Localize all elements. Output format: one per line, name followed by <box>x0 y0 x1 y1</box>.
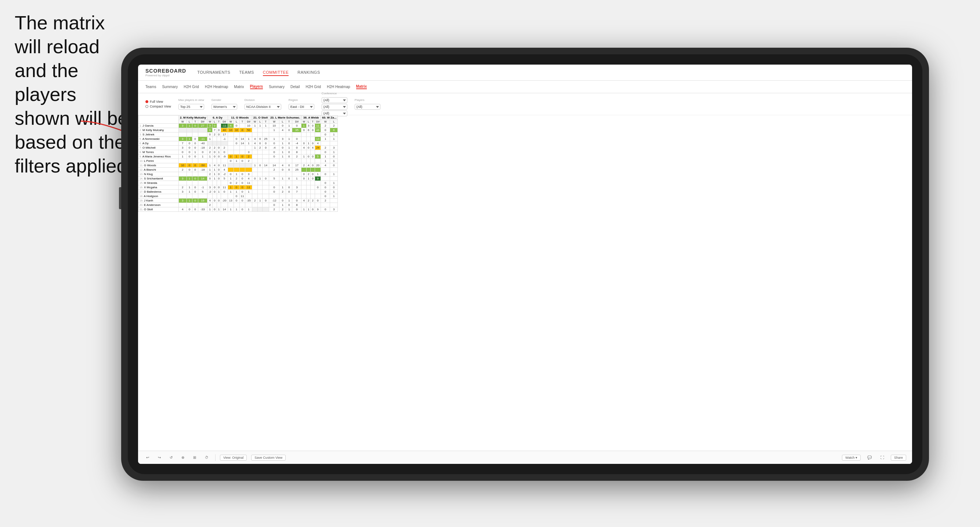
clock-btn[interactable]: ⏱ <box>203 455 211 460</box>
player-name: 13. N Klug <box>138 172 179 176</box>
sub-nav-h2h-heatmap[interactable]: H2H Heatmap <box>205 85 228 89</box>
fullscreen-btn[interactable]: ⛶ <box>878 455 886 460</box>
refresh-btn[interactable]: ↺ <box>167 455 175 460</box>
table-row: 21. O Stoll 400-33 10114 1101 2210 1109 … <box>138 207 338 212</box>
region-label: Region <box>289 98 314 102</box>
table-row: 13. N Klug 210-2 0103 0201 01 <box>138 172 338 176</box>
table-row: 6. A Dy 700-40 0141 400 010-4 0104 <box>138 141 338 146</box>
watch-btn[interactable]: Watch ▾ <box>842 455 861 460</box>
players-filter: Players (All) <box>355 98 380 110</box>
sub-nav-matrix2[interactable]: Matrix <box>356 84 367 89</box>
tablet-screen: SCOREBOARD Powered by clippd TOURNAMENTS… <box>138 65 912 464</box>
sub-w1: W <box>179 120 187 124</box>
top-nav: SCOREBOARD Powered by clippd TOURNAMENTS… <box>138 65 912 81</box>
nav-rankings[interactable]: RANKINGS <box>298 69 320 76</box>
filters-row: Full View Compact View Max players in vi… <box>138 93 912 115</box>
sub-dif6: Dif <box>315 120 321 124</box>
conference-label: Conference <box>321 92 347 95</box>
player-name: 16. X Mcgaha <box>138 185 179 190</box>
sub-t3: T <box>239 120 245 124</box>
sub-nav-matrix[interactable]: Matrix <box>234 85 244 89</box>
table-row: 11. G Woods 1000-50 14011 1014 144017 24… <box>138 163 338 168</box>
sub-l5: L <box>279 120 286 124</box>
comment-btn[interactable]: 💬 <box>865 455 874 460</box>
full-view-option[interactable]: Full View <box>145 100 171 103</box>
player-name: 21. O Stoll <box>138 207 179 212</box>
nav-committee[interactable]: COMMITTEE <box>263 69 289 76</box>
settings-btn[interactable]: ⊞ <box>191 455 198 460</box>
table-row: 5. A Nomrowski 310-11 1-1 0141 4025 1310… <box>138 137 338 141</box>
full-view-label: Full View <box>150 100 163 103</box>
sub-dif3: Dif <box>245 120 252 124</box>
players-label: Players <box>355 98 380 102</box>
sub-dif5: Dif <box>292 120 301 124</box>
compact-view-label: Compact View <box>150 105 171 108</box>
division-select[interactable]: NCAA Division II NCAA Division I NCAA Di… <box>245 104 281 110</box>
sub-nav-players[interactable]: Players <box>250 84 263 89</box>
zoom-btn[interactable]: ⊕ <box>179 455 186 460</box>
save-custom-btn[interactable]: Save Custom View <box>251 455 286 460</box>
view-original-btn[interactable]: View: Original <box>220 455 247 460</box>
table-row: 20. E Andersson 2 0108 <box>138 203 338 207</box>
sub-nav-summary[interactable]: Summary <box>162 85 178 89</box>
sub-t5: T <box>286 120 292 124</box>
table-row: 1. J Garcia 31027 30-11 4010 111 10010 1… <box>138 124 338 128</box>
full-view-radio[interactable] <box>145 100 148 103</box>
max-players-select[interactable]: Top 25 Top 10 Top 50 <box>178 104 204 110</box>
player-name: 6. A Dy <box>138 141 179 146</box>
col-header-4: 21. O Stoll <box>252 116 269 120</box>
division-label: Division <box>245 98 281 102</box>
nav-teams[interactable]: TEAMS <box>239 69 254 76</box>
sub-w4: W <box>252 120 258 124</box>
max-players-label: Max players in view <box>178 98 204 102</box>
nav-tournaments[interactable]: TOURNAMENTS <box>197 69 230 76</box>
tablet-device: SCOREBOARD Powered by clippd TOURNAMENTS… <box>121 48 929 481</box>
col-header-3: 11. G Woods <box>228 116 252 120</box>
matrix-area[interactable]: 2. M Kelly Mulcahy 6. A Dy 11. G Woods 2… <box>138 115 912 451</box>
logo-title: SCOREBOARD <box>145 68 186 74</box>
compact-view-radio[interactable] <box>145 105 148 108</box>
share-btn[interactable]: Share <box>891 455 906 460</box>
max-players-filter: Max players in view Top 25 Top 10 Top 50 <box>178 98 204 110</box>
region-filter: Region East - DII West - DII South - DII <box>289 98 314 110</box>
sub-t2: T <box>216 120 221 124</box>
table-row: 14. S Srichantamit 31014 0105 1204 010 5… <box>138 176 338 181</box>
sub-w2: W <box>207 120 213 124</box>
gender-filter: Gender Women's Men's <box>212 98 237 110</box>
player-name: 19. J Kanh <box>138 198 179 203</box>
sub-nav-h2h-heatmap2[interactable]: H2H Heatmap <box>327 85 350 89</box>
table-row: 2. M Kelly Mulcahy 07040 1010050 14035 0… <box>138 128 338 132</box>
sub-nav-h2h-grid2[interactable]: H2H Grid <box>306 85 321 89</box>
redo-btn[interactable]: ↪ <box>156 455 163 460</box>
sub-dif2: Dif <box>221 120 228 124</box>
division-filter: Division NCAA Division II NCAA Division … <box>245 98 281 110</box>
table-row: 8. M Torres 0010 2010 3 0108 01 <box>138 150 338 154</box>
sub-w6: W <box>301 120 307 124</box>
gender-label: Gender <box>212 98 237 102</box>
sub-nav-detail[interactable]: Detail <box>290 85 300 89</box>
table-row: 9. A Maria Jimenez Rios 1001 100-9 0102 … <box>138 154 338 159</box>
sub-nav-h2h-grid[interactable]: H2H Grid <box>184 85 199 89</box>
player-name: 20. E Andersson <box>138 203 179 207</box>
conference-select1[interactable]: (All) <box>321 97 347 103</box>
player-name: 1. J Garcia <box>138 124 179 128</box>
player-name-header <box>138 116 179 124</box>
table-row: 10. L Perini 0102 11 <box>138 159 338 163</box>
table-row: 17. D Ballesteros 3105 -2010 1101 0207 0… <box>138 190 338 194</box>
sub-nav: Teams Summary H2H Grid H2H Heatmap Matri… <box>138 81 912 93</box>
sub-l1: L <box>186 120 192 124</box>
players-select[interactable]: (All) <box>355 104 380 110</box>
region-select[interactable]: East - DII West - DII South - DII <box>289 104 314 110</box>
sub-dif1: Dif <box>198 120 207 124</box>
gender-select[interactable]: Women's Men's <box>212 104 237 110</box>
sub-nav-summary2[interactable]: Summary <box>269 85 285 89</box>
toolbar-sep1 <box>215 454 216 461</box>
logo-area: SCOREBOARD Powered by clippd <box>145 68 186 77</box>
nav-items: TOURNAMENTS TEAMS COMMITTEE RANKINGS <box>197 69 320 76</box>
sub-nav-teams[interactable]: Teams <box>145 85 156 89</box>
sub-l2: L <box>213 120 216 124</box>
compact-view-option[interactable]: Compact View <box>145 105 171 108</box>
undo-btn[interactable]: ↩ <box>144 455 151 460</box>
conference-select2[interactable]: (All) <box>321 104 347 110</box>
col-header-7: 60. W Za... <box>321 116 338 120</box>
